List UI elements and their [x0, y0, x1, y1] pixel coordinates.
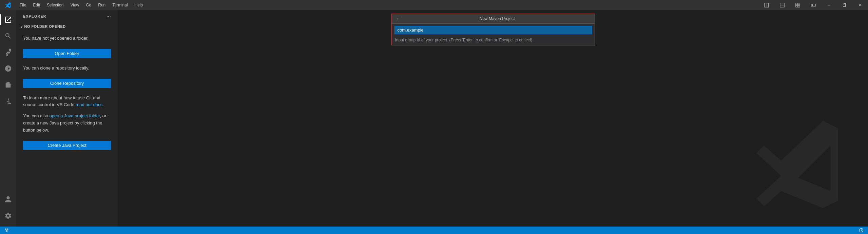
- main-layout: Explorer ··· ∨ No Folder Opened You have…: [0, 10, 868, 227]
- editor-area: ← New Maven Project Input group Id of yo…: [118, 10, 868, 227]
- group-id-input[interactable]: [394, 26, 592, 34]
- restore-button[interactable]: [837, 0, 852, 10]
- titlebar: File Edit Selection View Go Run Terminal…: [0, 0, 868, 10]
- menu-help[interactable]: Help: [131, 0, 147, 10]
- sidebar: Explorer ··· ∨ No Folder Opened You have…: [16, 10, 118, 227]
- open-folder-button[interactable]: Open Folder: [23, 49, 111, 58]
- sidebar-header: Explorer ···: [16, 10, 118, 22]
- statusbar-branch[interactable]: [3, 227, 12, 234]
- statusbar: [0, 227, 868, 234]
- activity-extensions[interactable]: [0, 77, 16, 93]
- layout-sidebar-icon[interactable]: [774, 0, 790, 10]
- svg-rect-5: [798, 3, 800, 5]
- modal-title: New Maven Project: [404, 16, 591, 21]
- menu-go[interactable]: Go: [82, 0, 95, 10]
- git-text-after: .: [102, 102, 104, 107]
- activity-bar: [0, 10, 16, 227]
- activity-search[interactable]: [0, 28, 16, 44]
- no-folder-text: You have not yet opened a folder.: [23, 35, 111, 42]
- sidebar-section: ∨ No Folder Opened: [16, 22, 118, 31]
- menu-selection[interactable]: Selection: [43, 0, 67, 10]
- clone-description: You can clone a repository locally.: [23, 65, 111, 72]
- menu-terminal[interactable]: Terminal: [109, 0, 131, 10]
- vscode-logo: [0, 0, 16, 10]
- titlebar-left: File Edit Selection View Go Run Terminal…: [0, 0, 146, 10]
- svg-rect-6: [796, 5, 797, 7]
- java-project-text: You can also open a Java project folder,…: [16, 113, 118, 138]
- sidebar-more-button[interactable]: ···: [107, 13, 111, 19]
- clone-repository-button[interactable]: Clone Repository: [23, 79, 111, 88]
- activity-run[interactable]: [0, 60, 16, 77]
- svg-rect-10: [843, 4, 846, 7]
- git-docs-text: To learn more about how to use Git and s…: [16, 91, 118, 113]
- activity-source-control[interactable]: [0, 44, 16, 60]
- menu-run[interactable]: Run: [95, 0, 109, 10]
- sidebar-content: You have not yet opened a folder.: [16, 31, 118, 46]
- clone-text: You can clone a repository locally.: [16, 61, 118, 76]
- modal-input-row: [392, 24, 595, 36]
- chevron-icon: ∨: [20, 25, 23, 28]
- statusbar-notifications[interactable]: [857, 228, 865, 232]
- minimize-button[interactable]: ─: [821, 0, 837, 10]
- titlebar-controls: ─ ✕: [759, 0, 868, 10]
- statusbar-right: [857, 228, 865, 232]
- svg-rect-8: [811, 4, 815, 6]
- git-docs-paragraph: To learn more about how to use Git and s…: [23, 95, 111, 109]
- activity-explorer[interactable]: [0, 12, 16, 28]
- activity-settings[interactable]: [0, 208, 16, 224]
- layout-toggle-icon[interactable]: [806, 0, 821, 10]
- modal-header: ← New Maven Project: [392, 14, 595, 24]
- menu-file[interactable]: File: [16, 0, 30, 10]
- modal-overlay: ← New Maven Project Input group Id of yo…: [118, 10, 868, 227]
- new-maven-project-modal: ← New Maven Project Input group Id of yo…: [391, 14, 595, 45]
- svg-rect-4: [796, 3, 797, 5]
- no-folder-header[interactable]: ∨ No Folder Opened: [16, 23, 118, 30]
- svg-rect-7: [798, 5, 800, 7]
- titlebar-menu: File Edit Selection View Go Run Terminal…: [16, 0, 146, 10]
- activity-java[interactable]: [0, 93, 16, 109]
- java-project-link[interactable]: open a Java project folder: [50, 113, 100, 118]
- java-text-before: You can also: [23, 113, 50, 118]
- modal-hint: Input group Id of your project. (Press '…: [392, 36, 595, 45]
- svg-rect-1: [767, 3, 769, 7]
- menu-edit[interactable]: Edit: [30, 0, 43, 10]
- java-paragraph: You can also open a Java project folder,…: [23, 113, 111, 134]
- create-java-project-button[interactable]: Create Java Project: [23, 141, 111, 150]
- activity-bar-bottom: [0, 191, 16, 227]
- modal-back-button[interactable]: ←: [396, 16, 401, 21]
- git-docs-link[interactable]: read our docs: [76, 102, 103, 107]
- activity-accounts[interactable]: [0, 191, 16, 208]
- menu-view[interactable]: View: [67, 0, 82, 10]
- svg-rect-0: [765, 3, 769, 7]
- close-button[interactable]: ✕: [852, 0, 868, 10]
- layout-grid-icon[interactable]: [790, 0, 806, 10]
- layout-panel-icon[interactable]: [759, 0, 774, 10]
- sidebar-title: Explorer: [23, 14, 46, 18]
- no-folder-label: No Folder Opened: [24, 24, 66, 28]
